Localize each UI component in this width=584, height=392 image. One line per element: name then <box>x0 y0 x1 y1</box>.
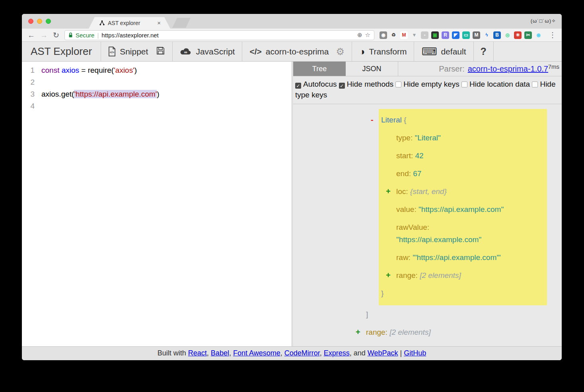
keymap-button[interactable]: ⌨ default <box>414 42 473 61</box>
collapse-toggle-icon[interactable]: - <box>371 111 374 129</box>
option-hide-empty-keys[interactable]: Hide empty keys <box>395 80 459 88</box>
code-token: ) <box>157 90 159 98</box>
snippet-label: Snippet <box>120 47 148 56</box>
code-token: axios.get( <box>41 90 74 98</box>
url-text[interactable]: https://astexplorer.net <box>101 32 158 39</box>
tree-row: ] <box>293 305 562 323</box>
ast-punct: } <box>351 346 353 346</box>
ast-tabs-row: Tree JSON Parser: acorn-to-esprima-1.0.7… <box>293 62 562 76</box>
browser-tab[interactable]: AST explorer × <box>89 17 170 29</box>
ast-key: range: <box>396 271 420 279</box>
clipper-icon[interactable]: ✂ <box>524 31 532 39</box>
reload-icon[interactable]: ↻ <box>53 31 59 39</box>
backlog-icon[interactable]: B <box>493 31 501 39</box>
code-token: 'axios' <box>114 66 134 74</box>
browser-window: AST explorer × (ω˙□˙ω)✧ ← → ↻ Secure | h… <box>22 14 562 360</box>
vue-icon[interactable]: ▼ <box>411 31 418 39</box>
back-icon[interactable]: ← <box>27 31 35 39</box>
editor-line[interactable]: 3axios.get('https://api.example.com') <box>22 88 292 100</box>
footer-link-github[interactable]: GitHub <box>404 349 426 357</box>
rings-icon[interactable]: ◎ <box>504 31 511 39</box>
window-zoom-button[interactable] <box>46 19 51 24</box>
window-minimize-button[interactable] <box>37 19 42 24</box>
hive-icon[interactable]: ✳ <box>514 31 522 39</box>
r-hexagon-icon[interactable]: R <box>442 31 449 39</box>
tree-row: type: "Literal" <box>379 129 547 147</box>
tab-title: AST explorer <box>108 20 154 26</box>
editor-lines: 1const axios = require('axios')23axios.g… <box>22 64 292 112</box>
camera-icon[interactable]: ◉ <box>380 31 387 39</box>
parser-button[interactable]: </> acorn-to-esprima <box>249 47 329 56</box>
footer-link-babel[interactable]: Babel <box>211 349 229 357</box>
ast-key: end: <box>396 169 413 178</box>
svg-text:</>: </> <box>110 50 115 54</box>
checkbox-icon[interactable]: ✓ <box>295 83 301 89</box>
code-editor[interactable]: 1const axios = require('axios')23axios.g… <box>22 62 292 346</box>
laptop-icon[interactable]: ▭ <box>462 31 470 39</box>
screenshot-icon[interactable]: ▣ <box>431 31 439 39</box>
editor-line[interactable]: 2 <box>22 76 292 88</box>
transform-toggle-button[interactable]: ◑ Transform <box>352 42 414 61</box>
gmail-icon[interactable]: M <box>400 31 408 39</box>
option-hide-methods[interactable]: ✓Hide methods <box>339 80 393 88</box>
bookmark-star-icon[interactable]: ☆ <box>365 31 370 39</box>
parser-name-label: acorn-to-esprima <box>266 47 329 56</box>
recycle-icon[interactable]: ♻ <box>390 31 397 39</box>
parser-version-link[interactable]: acorn-to-esprima-1.0.7 <box>468 64 548 74</box>
expand-toggle-icon[interactable]: + <box>386 182 391 200</box>
footer-link-react[interactable]: React <box>188 349 207 357</box>
parser-settings-gear-icon[interactable]: ⚙ <box>336 46 345 57</box>
footer-link-webpack[interactable]: WebPack <box>368 349 398 357</box>
tab-tree[interactable]: Tree <box>293 62 346 76</box>
flow-icon[interactable]: ◤ <box>452 31 459 39</box>
save-button[interactable] <box>156 46 165 57</box>
expand-toggle-icon[interactable]: + <box>356 323 360 341</box>
code-token: const <box>41 66 59 74</box>
ast-node-name[interactable]: Literal <box>381 116 402 124</box>
window-close-button[interactable] <box>28 19 33 24</box>
expand-toggle-icon[interactable]: + <box>386 266 391 284</box>
footer-link-font-awesome[interactable]: Font Awesome <box>233 349 280 357</box>
option-autofocus[interactable]: ✓Autofocus <box>295 80 337 88</box>
monosnap-icon[interactable]: M <box>473 31 480 39</box>
profile-badge[interactable]: (ω˙□˙ω)✧ <box>531 18 556 24</box>
transform-label: Transform <box>369 47 407 56</box>
checkbox-icon[interactable]: ✓ <box>339 83 345 89</box>
footer-text: , and <box>350 349 368 357</box>
footer-link-codemirror[interactable]: CodeMirror <box>284 349 320 357</box>
tree-row: +loc: {start, end} <box>379 182 547 200</box>
tree-row: +range: [2 elements] <box>379 266 547 284</box>
snippet-button[interactable]: </> Snippet <box>108 47 148 56</box>
ast-tree[interactable]: -Literal {type: "Literal"start: 42end: 6… <box>293 104 562 346</box>
close-tab-icon[interactable]: × <box>157 19 161 26</box>
chrome-menu-icon[interactable]: ⋮ <box>547 31 558 39</box>
snippet-file-icon: </> <box>108 47 116 56</box>
code-token: = require( <box>79 66 114 74</box>
bolt-icon[interactable]: ϟ <box>483 31 491 39</box>
tree-row: +range: [2 elements] <box>293 323 562 341</box>
keyboard-icon: ⌨ <box>421 45 437 58</box>
forward-icon: → <box>40 31 48 39</box>
option-hide-location-data[interactable]: Hide location data <box>461 80 530 88</box>
app-toolbar: AST Explorer </> Snippet <box>22 42 562 62</box>
address-bar[interactable]: Secure | https://astexplorer.net ⊕ ☆ <box>64 30 374 40</box>
screenshot-background: AST explorer × (ω˙□˙ω)✧ ← → ↻ Secure | h… <box>0 0 584 392</box>
line-number: 4 <box>22 100 37 112</box>
checkbox-icon[interactable] <box>395 82 401 87</box>
checkbox-icon[interactable] <box>461 82 467 87</box>
help-button[interactable]: ? <box>474 42 494 61</box>
editor-line[interactable]: 1const axios = require('axios') <box>22 64 292 76</box>
zoom-page-icon[interactable]: ⊕ <box>357 31 362 39</box>
react-icon[interactable]: ◉ <box>535 31 542 39</box>
new-tab-button[interactable] <box>172 18 191 28</box>
language-button[interactable]: ∞ JavaScript <box>173 42 242 61</box>
tab-json[interactable]: JSON <box>346 62 398 76</box>
option-label: Hide location data <box>469 80 530 88</box>
code-token: axios <box>62 66 79 74</box>
code-token: 'https://api.example.com' <box>74 90 157 98</box>
footer-link-express[interactable]: Express <box>324 349 350 357</box>
tab-strip: AST explorer × (ω˙□˙ω)✧ <box>22 14 562 29</box>
editor-line[interactable]: 4 <box>22 100 292 112</box>
checkbox-icon[interactable] <box>532 82 538 87</box>
chat-icon[interactable]: ▪ <box>421 31 428 39</box>
